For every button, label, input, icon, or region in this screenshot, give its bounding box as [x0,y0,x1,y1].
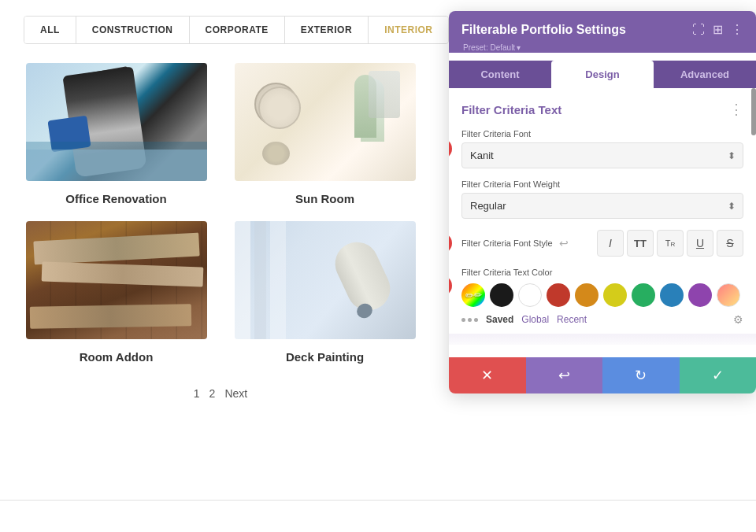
cancel-button[interactable]: ✕ [449,357,526,393]
page-1[interactable]: 1 [194,387,200,400]
color-swatch-blue[interactable] [660,283,684,307]
action-bar: ✕ ↩ ↻ ✓ [449,357,756,393]
step-badge-1: 1 [449,139,452,159]
filter-tab-interior[interactable]: INTERIOR [369,17,448,43]
settings-body: Filter Criteria Text ⋮ 1 Filter Criteria… [449,88,756,357]
bold-button[interactable]: TT [627,230,654,257]
font-style-buttons: I TT Tr U S [597,230,743,257]
settings-header: Filterable Portfolio Settings ⛶ ⊞ ⋮ Pres… [449,11,756,53]
color-dot-3 [474,318,478,322]
color-swatch-white[interactable] [518,283,542,307]
portfolio-item-deckpainting: Deck Painting [232,221,417,364]
smallcaps-button[interactable]: Tr [657,230,684,257]
color-label: Filter Criteria Text Color [461,268,743,277]
settings-panel: Filterable Portfolio Settings ⛶ ⊞ ⋮ Pres… [449,11,756,393]
color-tab-recent[interactable]: Recent [557,314,587,325]
tab-content[interactable]: Content [449,61,551,88]
color-dot-1 [461,318,465,322]
section-header: Filter Criteria Text ⋮ [461,101,743,118]
tab-design[interactable]: Design [551,61,654,88]
color-tab-saved[interactable]: Saved [486,314,513,325]
portfolio-label-roomaddon: Room Addon [80,350,154,364]
underline-button[interactable]: U [687,230,713,257]
color-tab-global[interactable]: Global [521,314,549,325]
fullscreen-icon[interactable]: ⛶ [692,23,705,37]
portfolio-item-office: Office Renovation [24,63,209,205]
bottom-divider [0,500,756,501]
font-select[interactable]: Kanit [461,142,743,168]
color-swatch-red[interactable] [547,283,570,307]
filter-tab-corporate[interactable]: CORPORATE [190,17,285,43]
weight-select-wrapper: Regular [461,193,743,219]
filter-tab-construction[interactable]: CONSTRUCTION [76,17,190,43]
settings-title: Filterable Portfolio Settings [461,23,626,37]
thumb-room-addon[interactable] [26,221,207,339]
step-badge-3: 3 [449,275,452,296]
portfolio-label-sunroom: Sun Room [295,192,354,205]
color-settings-icon[interactable]: ⚙ [733,313,743,326]
weight-field-group: Filter Criteria Font Weight Regular [461,179,743,219]
weight-select[interactable]: Regular [461,193,743,219]
thumb-office-renovation[interactable] [26,63,207,181]
color-swatch-green[interactable] [632,283,655,307]
confirm-button[interactable]: ✓ [680,357,757,393]
more-icon[interactable]: ⋮ [731,22,743,37]
portfolio-item-sunroom: Sun Room [232,63,417,205]
style-reset-icon[interactable]: ↩ [559,237,569,249]
thumb-sun-room[interactable] [235,63,416,181]
filter-tab-all[interactable]: ALL [24,17,76,43]
font-style-group: Filter Criteria Font Style ↩ I TT Tr U S [461,230,743,257]
portfolio-grid: Office Renovation Sun Room Room Addon [24,63,417,364]
filter-tab-exterior[interactable]: EXTERIOR [285,17,369,43]
font-label: Filter Criteria Font [461,129,743,139]
page-2[interactable]: 2 [209,387,216,400]
color-bottom-row: Saved Global Recent ⚙ [461,313,743,326]
filter-tabs: ALL CONSTRUCTION CORPORATE EXTERIOR INTE… [24,16,449,44]
pagination: 1 2 Next [24,387,417,416]
color-swatch-picker[interactable]: ✏ [461,283,485,307]
tab-advanced[interactable]: Advanced [654,61,756,88]
color-dot-2 [468,318,472,322]
color-swatch-purple[interactable] [688,283,712,307]
color-swatch-yellow[interactable] [603,283,627,307]
settings-title-row: Filterable Portfolio Settings ⛶ ⊞ ⋮ [461,22,743,37]
reset-button[interactable]: ↩ [526,357,603,393]
font-select-wrapper: Kanit [461,142,743,168]
settings-header-icons: ⛶ ⊞ ⋮ [692,22,743,37]
color-dots-container [461,318,478,322]
color-swatch-orange[interactable] [575,283,598,307]
portfolio-label-office: Office Renovation [65,192,166,205]
color-tabs-row: Saved Global Recent ⚙ [486,313,743,326]
portfolio-item-roomaddon: Room Addon [24,221,209,364]
style-label: Filter Criteria Font Style [461,238,553,248]
font-style-row: Filter Criteria Font Style ↩ I TT Tr U S [461,230,743,257]
next-link[interactable]: Next [224,387,247,400]
grid-icon[interactable]: ⊞ [713,22,723,37]
font-field-group: Filter Criteria Font Kanit [461,129,743,168]
color-swatches: ✏ [461,283,743,307]
step-badge-2: 2 [449,233,452,253]
truncated-section [449,334,756,345]
italic-button[interactable]: I [597,230,624,257]
redo-button[interactable]: ↻ [602,357,680,393]
color-swatch-black[interactable] [490,283,513,307]
portfolio-label-deckpainting: Deck Painting [286,350,364,364]
settings-tabs: Content Design Advanced [449,61,756,88]
section-title: Filter Criteria Text [461,103,561,116]
font-style-label-row: Filter Criteria Font Style ↩ [461,237,569,249]
thumb-deck-painting[interactable] [235,221,416,339]
left-panel: ALL CONSTRUCTION CORPORATE EXTERIOR INTE… [0,0,441,431]
weight-label: Filter Criteria Font Weight [461,179,743,189]
section-menu-icon[interactable]: ⋮ [729,101,743,118]
picker-icon: ✏ [465,290,474,301]
color-field-group: Filter Criteria Text Color ✏ [461,268,743,326]
settings-preset[interactable]: Preset: Default▾ [461,42,743,53]
color-swatch-gradient[interactable] [717,283,740,307]
strikethrough-button[interactable]: S [717,230,743,257]
